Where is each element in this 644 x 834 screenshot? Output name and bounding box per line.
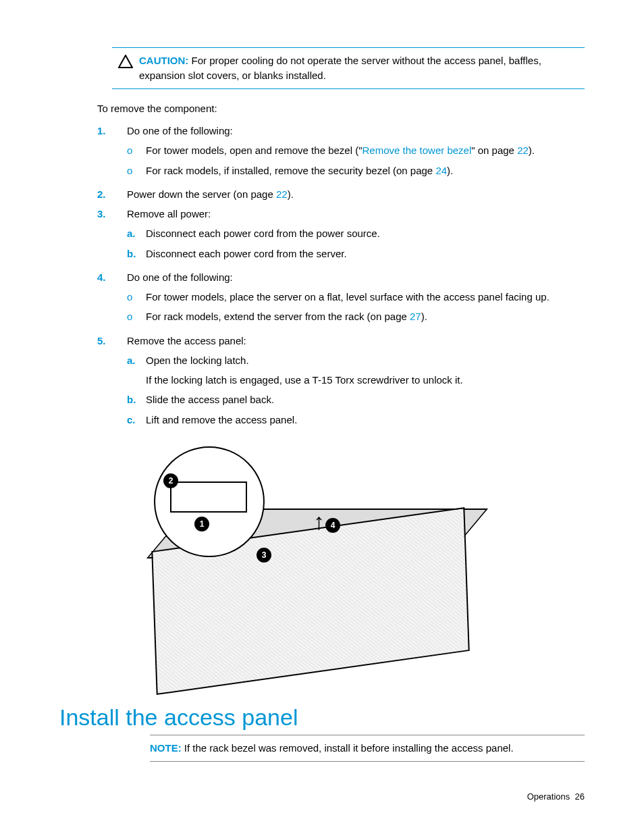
step-number: 5. (97, 333, 127, 432)
caution-label: CAUTION: (139, 55, 188, 66)
step-text: Do one of the following: (127, 271, 233, 283)
step-2: 2. Power down the server (on page 22). (97, 186, 585, 202)
sub-item: c. Lift and remove the access panel. (127, 412, 585, 427)
page-link-27[interactable]: 27 (410, 311, 421, 322)
note-box: NOTE: If the rack bezel was removed, ins… (150, 735, 585, 762)
arrow-up-icon: ↑ (313, 509, 325, 535)
step-5: 5. Remove the access panel: a. Open the … (97, 333, 585, 432)
steps-list: 1. Do one of the following: o For tower … (97, 123, 585, 432)
note-body: If the rack bezel was removed, install i… (182, 742, 514, 754)
caution-text: CAUTION: For proper cooling do not opera… (139, 53, 585, 83)
bullet-icon: o (127, 142, 146, 158)
sub-mid: " on page (471, 145, 517, 156)
step-number: 3. (97, 206, 127, 265)
sub-pre: Power down the server (on page (127, 188, 276, 200)
sub-item: b. Slide the access panel back. (127, 392, 585, 407)
sub-item: o For rack models, extend the server fro… (127, 309, 585, 324)
sub-letter: a. (127, 226, 146, 241)
sub-pre: For tower models, open and remove the be… (146, 145, 363, 156)
step-text: Remove all power: (127, 208, 211, 219)
caution-icon (112, 53, 139, 68)
sub-text: Lift and remove the access panel. (146, 412, 585, 427)
sub-text: Slide the access panel back. (146, 392, 585, 407)
step-text: Do one of the following: (127, 125, 233, 136)
sub-letter: b. (127, 392, 146, 407)
bullet-icon: o (127, 289, 146, 305)
server-diagram: ↑ 1 2 3 4 (127, 441, 478, 684)
sub-letter: a. (127, 353, 146, 388)
annotation-4: 4 (325, 518, 340, 533)
step-number: 1. (97, 123, 127, 182)
link-remove-tower-bezel[interactable]: Remove the tower bezel (363, 145, 472, 156)
sub-pre: For rack models, extend the server from … (146, 311, 410, 322)
sub-letter: b. (127, 246, 146, 261)
sub-text: Open the locking latch. (146, 353, 585, 368)
annotation-2: 2 (163, 473, 178, 488)
sub-post: ). (447, 165, 453, 176)
page-footer: Operations 26 (527, 791, 585, 802)
locking-latch (170, 481, 247, 513)
section-heading: Install the access panel (59, 704, 585, 731)
sub-item: a. Disconnect each power cord from the p… (127, 226, 585, 241)
caution-body: For proper cooling do not operate the se… (139, 55, 541, 81)
bullet-icon: o (127, 309, 146, 324)
page-link-24[interactable]: 24 (435, 165, 447, 176)
step-3: 3. Remove all power: a. Disconnect each … (97, 206, 585, 265)
sub-text: Disconnect each power cord from the powe… (146, 226, 585, 241)
sub-item: b. Disconnect each power cord from the s… (127, 246, 585, 261)
sub-item: o For tower models, open and remove the … (127, 142, 585, 158)
step-number: 4. (97, 269, 127, 329)
sub-item: o For rack models, if installed, remove … (127, 163, 585, 178)
sub-extra: If the locking latch is engaged, use a T… (146, 372, 585, 388)
annotation-3: 3 (257, 548, 271, 563)
sub-pre: For rack models, if installed, remove th… (146, 165, 435, 176)
annotation-1: 1 (194, 517, 209, 531)
sub-post: ). (529, 145, 535, 156)
step-1: 1. Do one of the following: o For tower … (97, 123, 585, 182)
sub-letter: c. (127, 412, 146, 427)
sub-post: ). (421, 311, 427, 322)
page-link-22[interactable]: 22 (517, 145, 529, 156)
note-label: NOTE: (150, 742, 182, 754)
page-link-22[interactable]: 22 (276, 188, 288, 200)
sub-text: Disconnect each power cord from the serv… (146, 246, 585, 261)
footer-page-number: 26 (575, 791, 585, 802)
step-text: Remove the access panel: (127, 335, 246, 346)
step-4: 4. Do one of the following: o For tower … (97, 269, 585, 329)
intro-text: To remove the component: (97, 101, 585, 117)
sub-text: For tower models, place the server on a … (146, 289, 585, 305)
step-number: 2. (97, 186, 127, 202)
bullet-icon: o (127, 163, 146, 178)
sub-item: a. Open the locking latch. If the lockin… (127, 353, 585, 388)
caution-box: CAUTION: For proper cooling do not opera… (112, 47, 585, 89)
footer-section: Operations (527, 791, 570, 802)
sub-post: ). (288, 188, 294, 200)
sub-item: o For tower models, place the server on … (127, 289, 585, 305)
